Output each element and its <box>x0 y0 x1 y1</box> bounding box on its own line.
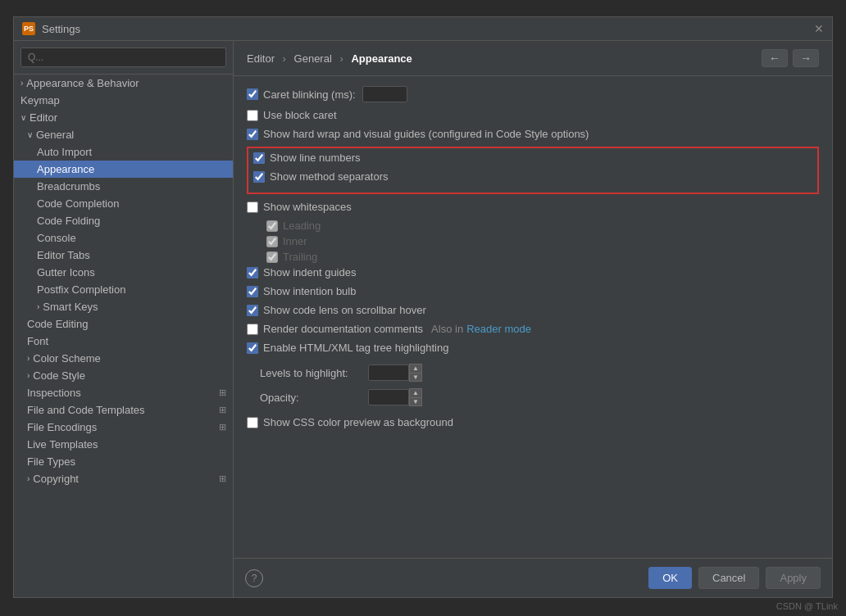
sidebar-item-file-encodings[interactable]: File Encodings ⊞ <box>14 419 233 436</box>
code-lens-checkbox[interactable] <box>247 305 258 316</box>
also-in-label: Also in <box>431 323 463 335</box>
sidebar-item-console[interactable]: Console <box>14 229 233 247</box>
html-xml-row: Enable HTML/XML tag tree highlighting <box>247 342 819 354</box>
chevron-icon: › <box>37 302 39 311</box>
nav-back-button[interactable]: ← <box>762 49 788 67</box>
sidebar-item-label: File and Code Templates <box>27 404 145 416</box>
chevron-icon: ∨ <box>27 130 33 139</box>
sidebar-item-breadcrumbs[interactable]: Breadcrumbs <box>14 178 233 195</box>
opacity-label: Opacity: <box>260 392 358 404</box>
watermark: CSDN @ TLink <box>776 601 838 611</box>
sidebar-item-general[interactable]: ∨ General <box>14 126 233 143</box>
sidebar-item-live-templates[interactable]: Live Templates <box>14 436 233 453</box>
sidebar-item-font[interactable]: Font <box>14 333 233 350</box>
indent-guides-label: Show indent guides <box>263 266 356 279</box>
sidebar-item-appearance-behavior[interactable]: › Appearance & Behavior <box>14 75 233 92</box>
sidebar-item-label: General <box>36 129 74 141</box>
sidebar-item-label: Keymap <box>20 94 60 106</box>
block-caret-checkbox[interactable] <box>247 110 258 121</box>
sidebar-item-code-completion[interactable]: Code Completion <box>14 195 233 212</box>
caret-blinking-row: Caret blinking (ms): 500 <box>247 86 819 102</box>
levels-label: Levels to highlight: <box>260 367 358 379</box>
hard-wrap-checkbox[interactable] <box>247 129 258 140</box>
sidebar-item-appearance[interactable]: Appearance <box>14 161 233 178</box>
code-lens-row: Show code lens on scrollbar hover <box>247 304 819 316</box>
sidebar-item-label: Appearance <box>37 163 94 175</box>
grid-icon: ⊞ <box>219 387 226 398</box>
sidebar-item-code-style[interactable]: › Code Style <box>14 367 233 384</box>
trailing-checkbox[interactable] <box>266 251 278 263</box>
sidebar-item-smart-keys[interactable]: › Smart Keys <box>14 298 233 315</box>
sidebar-item-inspections[interactable]: Inspections ⊞ <box>14 384 233 401</box>
sidebar-item-color-scheme[interactable]: › Color Scheme <box>14 350 233 367</box>
intention-bulb-label: Show intention bulb <box>263 285 356 297</box>
cancel-button[interactable]: Cancel <box>698 567 759 589</box>
sidebar-item-label: Smart Keys <box>43 301 98 313</box>
sidebar-item-label: Color Scheme <box>33 352 100 365</box>
sidebar-item-auto-import[interactable]: Auto Import <box>14 143 233 161</box>
sidebar-item-label: Copyright <box>33 473 79 485</box>
render-doc-checkbox[interactable] <box>247 324 258 335</box>
sidebar-item-editor-tabs[interactable]: Editor Tabs <box>14 247 233 264</box>
sidebar-item-label: Gutter Icons <box>37 266 95 279</box>
opacity-decrement-button[interactable]: ▼ <box>409 397 422 406</box>
sidebar-item-label: Postfix Completion <box>37 283 125 296</box>
breadcrumb: Editor › General › Appearance ← → <box>234 41 832 76</box>
whitespaces-label: Show whitespaces <box>263 201 352 213</box>
sidebar-item-label: Font <box>27 335 48 347</box>
inner-checkbox[interactable] <box>266 236 278 247</box>
ok-button[interactable]: OK <box>648 567 692 589</box>
leading-checkbox[interactable] <box>266 220 278 232</box>
sidebar-item-label: Editor <box>30 111 57 124</box>
intention-bulb-checkbox[interactable] <box>247 286 258 297</box>
levels-decrement-button[interactable]: ▼ <box>409 373 422 382</box>
breadcrumb-sep-1: › <box>283 52 286 65</box>
search-input[interactable] <box>20 48 226 67</box>
settings-area: Caret blinking (ms): 500 Use block caret <box>234 76 832 558</box>
levels-increment-button[interactable]: ▲ <box>409 364 422 373</box>
chevron-icon: › <box>27 371 30 380</box>
css-preview-checkbox[interactable] <box>247 417 258 428</box>
hard-wrap-label: Show hard wrap and visual guides (config… <box>263 128 589 140</box>
caret-blinking-checkbox[interactable] <box>247 88 258 100</box>
sidebar-item-keymap[interactable]: Keymap <box>14 92 233 109</box>
hard-wrap-row: Show hard wrap and visual guides (config… <box>247 128 819 140</box>
title-bar: PS Settings ✕ <box>14 17 832 41</box>
render-doc-row: Render documentation comments Also in Re… <box>247 323 819 335</box>
chevron-icon: ∨ <box>20 113 26 122</box>
sidebar-item-label: Auto Import <box>37 146 92 158</box>
render-doc-label: Render documentation comments <box>263 323 423 335</box>
grid-icon: ⊞ <box>219 422 226 433</box>
footer: ? OK Cancel Apply <box>234 558 832 597</box>
sidebar-item-code-folding[interactable]: Code Folding <box>14 212 233 229</box>
sidebar-item-code-editing[interactable]: Code Editing <box>14 315 233 333</box>
opacity-input[interactable]: 0.1 <box>368 389 409 405</box>
close-button[interactable]: ✕ <box>814 22 824 35</box>
leading-row: Leading <box>266 220 819 232</box>
sidebar-item-gutter-icons[interactable]: Gutter Icons <box>14 264 233 281</box>
reader-mode-link[interactable]: Reader mode <box>466 323 531 335</box>
intention-bulb-row: Show intention bulb <box>247 285 819 297</box>
nav-forward-button[interactable]: → <box>793 49 819 67</box>
caret-blinking-input[interactable]: 500 <box>362 86 407 102</box>
sidebar-item-editor[interactable]: ∨ Editor <box>14 109 233 126</box>
sidebar-item-postfix-completion[interactable]: Postfix Completion <box>14 281 233 298</box>
opacity-increment-button[interactable]: ▲ <box>409 388 422 397</box>
sidebar-item-label: Live Templates <box>27 438 98 451</box>
sidebar-item-label: Code Completion <box>37 197 119 210</box>
apply-button[interactable]: Apply <box>766 567 821 589</box>
levels-input[interactable]: 6 <box>368 365 409 381</box>
sidebar-item-label: Editor Tabs <box>37 249 90 261</box>
sidebar-item-file-types[interactable]: File Types <box>14 453 233 470</box>
sidebar-item-copyright[interactable]: › Copyright ⊞ <box>14 470 233 487</box>
help-button[interactable]: ? <box>245 569 263 587</box>
html-xml-checkbox[interactable] <box>247 342 258 354</box>
method-separators-row: Show method separators <box>253 170 812 183</box>
indent-guides-checkbox[interactable] <box>247 267 258 279</box>
line-numbers-checkbox[interactable] <box>253 152 265 164</box>
method-separators-checkbox[interactable] <box>253 171 265 183</box>
whitespaces-checkbox[interactable] <box>247 202 258 213</box>
sidebar-item-file-and-code-templates[interactable]: File and Code Templates ⊞ <box>14 401 233 419</box>
chevron-icon: › <box>27 354 30 363</box>
css-preview-label: Show CSS color preview as background <box>263 416 453 428</box>
